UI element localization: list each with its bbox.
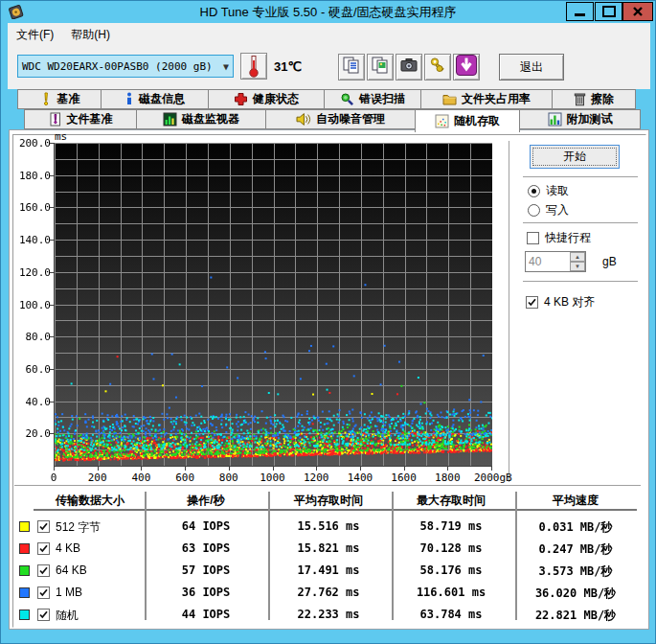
focus-rect: [532, 148, 617, 166]
maximize-button[interactable]: [595, 2, 622, 21]
legend-swatch-random: [19, 610, 30, 620]
y-tick-label: 160.0: [14, 201, 51, 214]
read-radio[interactable]: 读取: [528, 183, 569, 199]
y-tick-mark: [50, 305, 54, 306]
x-tick-mark: [229, 467, 230, 471]
tab-label: 基准: [57, 91, 80, 107]
y-tick-mark: [50, 143, 54, 144]
tab-auto-noise[interactable]: 自动噪音管理: [265, 109, 416, 129]
copy-text-button[interactable]: [338, 54, 365, 80]
y-tick-label: 60.0: [14, 363, 51, 376]
y-tick-mark: [50, 175, 54, 176]
cell-4kb-iops: 63 IOPS: [147, 541, 265, 555]
exit-button[interactable]: 退出: [499, 54, 564, 80]
cell-1mb-speed: 36.020 MB/秒: [516, 586, 635, 602]
series-label-512b: 512 字节: [56, 519, 101, 536]
x-tick-mark: [141, 467, 142, 471]
close-button[interactable]: [622, 2, 653, 21]
temperature-button[interactable]: [240, 53, 267, 80]
short-stroke-size-field: ▲ ▼: [525, 251, 586, 272]
screenshot-button[interactable]: [396, 54, 422, 80]
legend-swatch-4kb: [19, 543, 30, 554]
cell-512b-max: 58.719 ms: [392, 519, 510, 533]
x-tick-label: 400: [124, 472, 158, 484]
read-label: 读取: [546, 183, 569, 199]
tab-folder-usage[interactable]: 文件夹占用率: [420, 89, 553, 109]
tab-label: 附加测试: [567, 111, 613, 127]
tab-health[interactable]: 健康状态: [208, 89, 325, 109]
menu-item-help[interactable]: 帮助(H): [62, 23, 119, 46]
separator: [523, 176, 638, 178]
scatter-icon: [435, 114, 449, 128]
bar-monitor-icon: [163, 112, 177, 126]
legend-swatch-64kb: [19, 565, 30, 576]
tab-label: 自动噪音管理: [316, 111, 385, 127]
x-tick-label: 1200: [299, 472, 333, 484]
menu-bar: 文件(F)帮助(H): [8, 23, 650, 46]
cell-1mb-max: 116.601 ms: [392, 586, 510, 599]
tab-random-access[interactable]: 随机存取: [415, 109, 520, 132]
minimize-button[interactable]: [566, 2, 594, 21]
tab-erase[interactable]: 擦除: [552, 89, 636, 109]
drive-select-value: WDC WD20EARX-00PASB0 (2000 gB): [22, 60, 213, 73]
close-icon: [632, 6, 644, 17]
radio-unselected-icon: [528, 204, 540, 217]
write-label: 写入: [546, 202, 569, 218]
spinner-arrows: ▲ ▼: [570, 252, 585, 271]
table-top-separator: [14, 485, 641, 487]
toolbar: WDC WD20EARX-00PASB0 (2000 gB) ▼ 31℃ 退出: [8, 46, 650, 89]
tab-label: 错误扫描: [359, 91, 405, 107]
tab-disk-info[interactable]: 磁盘信息: [101, 89, 209, 109]
write-radio[interactable]: 写入: [528, 202, 569, 218]
table-header-underline: [34, 509, 637, 511]
drive-select-dropdown[interactable]: WDC WD20EARX-00PASB0 (2000 gB) ▼: [17, 55, 234, 78]
copy-image-icon: [371, 56, 390, 79]
tab-label: 文件夹占用率: [462, 91, 531, 107]
tab-benchmark[interactable]: 基准: [17, 89, 102, 109]
align-4kb-checkbox[interactable]: 4 KB 对齐: [526, 294, 595, 310]
start-button[interactable]: 开始: [530, 145, 620, 169]
radio-selected-icon: [528, 185, 540, 197]
chevron-down-icon: ▼: [223, 61, 229, 72]
series-label-random: 随机: [56, 608, 79, 624]
table-header-4: 平均速度: [513, 493, 638, 509]
tab-row-1: 基准磁盘信息健康状态错误扫描文件夹占用率擦除: [17, 89, 636, 109]
checkmark-icon: [38, 565, 49, 576]
gold-keys-icon: [428, 56, 447, 79]
tab-label: 健康状态: [253, 91, 299, 107]
x-tick-mark: [273, 467, 274, 471]
cell-1mb-avg: 27.762 ms: [269, 586, 388, 599]
spinner-down-button[interactable]: ▼: [570, 262, 585, 271]
align-4kb-label: 4 KB 对齐: [544, 294, 595, 310]
title-bar[interactable]: HD Tune 专业版 5.50 - 硬盘/固态硬盘实用程序: [1, 1, 655, 23]
x-tick-label: 0: [36, 472, 71, 484]
tab-extra-tests[interactable]: 附加测试: [519, 109, 641, 129]
table-header-0: 传输数据大小: [28, 493, 152, 509]
series-checkbox-random[interactable]: [37, 609, 50, 621]
cell-4kb-speed: 0.247 MB/秒: [516, 541, 635, 558]
series-checkbox-64kb[interactable]: [37, 564, 50, 577]
y-tick-label: 80.0: [14, 331, 51, 343]
short-stroke-checkbox[interactable]: 快捷行程: [527, 230, 591, 246]
chart-controls-divider: [509, 141, 510, 482]
options-button[interactable]: [424, 54, 451, 80]
magnifier-icon: [340, 92, 354, 106]
series-checkbox-4kb[interactable]: [37, 542, 50, 555]
series-checkbox-1mb[interactable]: [37, 586, 50, 599]
series-label-64kb: 64 KB: [56, 564, 87, 577]
cell-64kb-avg: 17.491 ms: [269, 564, 388, 577]
tab-disk-monitor[interactable]: 磁盘监视器: [136, 109, 266, 129]
tab-file-benchmark[interactable]: 文件基准: [24, 109, 137, 129]
spinner-up-button[interactable]: ▲: [570, 252, 585, 262]
tab-error-scan[interactable]: 错误扫描: [324, 89, 421, 109]
short-stroke-size-input[interactable]: [526, 252, 570, 271]
series-checkbox-512b[interactable]: [37, 520, 50, 533]
y-tick-label: 120.0: [14, 266, 51, 279]
copy-image-button[interactable]: [367, 54, 394, 80]
y-tick-label: 200.0: [14, 137, 51, 150]
update-button[interactable]: [453, 54, 480, 80]
cell-1mb-iops: 36 IOPS: [147, 586, 265, 599]
y-tick-label: 20.0: [14, 427, 51, 440]
x-tick-mark: [447, 467, 448, 471]
menu-item-file[interactable]: 文件(F): [8, 23, 62, 46]
